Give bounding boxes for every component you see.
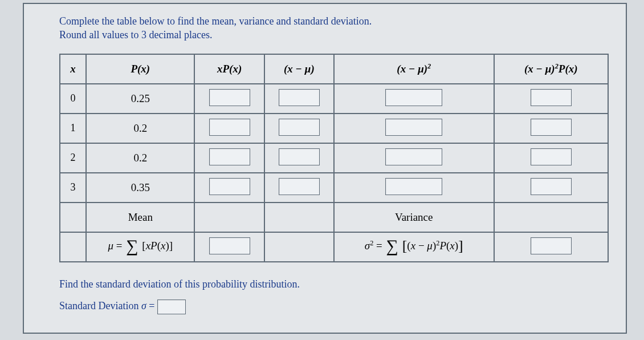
cell-xmu2: [334, 114, 494, 143]
instructions-line2: Round all values to 3 decimal places.: [59, 29, 212, 41]
instructions-line1: Complete the table below to find the mea…: [59, 15, 372, 27]
cell-xmu2px: [494, 84, 608, 114]
cell-x: 1: [60, 114, 86, 143]
table-row: 3 0.35: [60, 173, 608, 203]
cell-xmu: [264, 173, 334, 203]
cell-xmu2px: [494, 173, 608, 203]
cell-xpx: [194, 84, 264, 114]
input-xmu2px-1[interactable]: [531, 119, 572, 136]
header-x: x: [60, 54, 86, 84]
table-header-row: x P(x) xP(x) (x − μ) (x − μ)2 (x − μ)2P(…: [60, 54, 608, 84]
cell-px: 0.35: [86, 173, 194, 203]
input-xmu2px-3[interactable]: [531, 178, 572, 195]
input-xmu-3[interactable]: [279, 178, 320, 195]
cell-xmu: [264, 114, 334, 143]
cell-xmu2px: [494, 114, 608, 143]
worksheet-page: Complete the table below to find the mea…: [23, 3, 627, 334]
input-xmu2-0[interactable]: [385, 89, 442, 106]
input-xmu-0[interactable]: [279, 89, 320, 106]
cell-xpx: [194, 173, 264, 203]
sd-prompt: Find the standard deviation of this prob…: [59, 278, 609, 290]
input-variance[interactable]: [531, 237, 572, 254]
header-xpx: xP(x): [194, 54, 264, 84]
cell-xmu: [264, 143, 334, 173]
input-xmu2-2[interactable]: [385, 148, 442, 165]
formula-row: μ = ∑ [xP(x)] σ2 = ∑ [(x − μ)2P(x)]: [60, 232, 608, 262]
empty-cell: [264, 203, 334, 232]
header-xmu: (x − μ): [264, 54, 334, 84]
cell-xmu2: [334, 143, 494, 173]
input-xpx-2[interactable]: [209, 148, 250, 165]
empty-cell: [264, 232, 334, 262]
header-xmu2px: (x − μ)2P(x): [494, 54, 608, 84]
mean-result-cell: [194, 232, 264, 262]
sd-line: Standard Deviation σ =: [59, 299, 609, 314]
label-row: Mean Variance: [60, 203, 608, 232]
input-xpx-0[interactable]: [209, 89, 250, 106]
table-row: 2 0.2: [60, 143, 608, 173]
input-xmu2px-2[interactable]: [531, 148, 572, 165]
header-px: P(x): [86, 54, 194, 84]
empty-cell: [194, 203, 264, 232]
cell-xmu2: [334, 84, 494, 114]
sd-label: Standard Deviation σ =: [59, 300, 155, 311]
input-sd[interactable]: [157, 299, 186, 314]
header-xmu2: (x − μ)2: [334, 54, 494, 84]
input-xpx-1[interactable]: [209, 119, 250, 136]
cell-x: 0: [60, 84, 86, 114]
input-mean[interactable]: [209, 237, 250, 254]
cell-x: 2: [60, 143, 86, 173]
cell-px: 0.2: [86, 114, 194, 143]
cell-xmu2px: [494, 143, 608, 173]
input-xpx-3[interactable]: [209, 178, 250, 195]
empty-cell: [494, 203, 608, 232]
table-row: 0 0.25: [60, 84, 608, 114]
mean-formula-cell: μ = ∑ [xP(x)]: [86, 232, 194, 262]
probability-table: x P(x) xP(x) (x − μ) (x − μ)2 (x − μ)2P(…: [59, 54, 609, 262]
input-xmu2-1[interactable]: [385, 119, 442, 136]
cell-xmu: [264, 84, 334, 114]
table-row: 1 0.2: [60, 114, 608, 143]
cell-px: 0.25: [86, 84, 194, 114]
variance-result-cell: [494, 232, 608, 262]
cell-xpx: [194, 143, 264, 173]
empty-cell: [60, 203, 86, 232]
mean-label: Mean: [86, 203, 194, 232]
empty-cell: [60, 232, 86, 262]
input-xmu-2[interactable]: [279, 148, 320, 165]
input-xmu2-3[interactable]: [385, 178, 442, 195]
variance-label: Variance: [334, 203, 494, 232]
instructions: Complete the table below to find the mea…: [59, 14, 609, 42]
variance-formula-cell: σ2 = ∑ [(x − μ)2P(x)]: [334, 232, 494, 262]
mean-formula: μ = ∑ [xP(x)]: [108, 240, 173, 252]
cell-px: 0.2: [86, 143, 194, 173]
input-xmu2px-0[interactable]: [531, 89, 572, 106]
cell-x: 3: [60, 173, 86, 203]
variance-formula: σ2 = ∑ [(x − μ)2P(x)]: [365, 240, 463, 252]
input-xmu-1[interactable]: [279, 119, 320, 136]
cell-xmu2: [334, 173, 494, 203]
cell-xpx: [194, 114, 264, 143]
